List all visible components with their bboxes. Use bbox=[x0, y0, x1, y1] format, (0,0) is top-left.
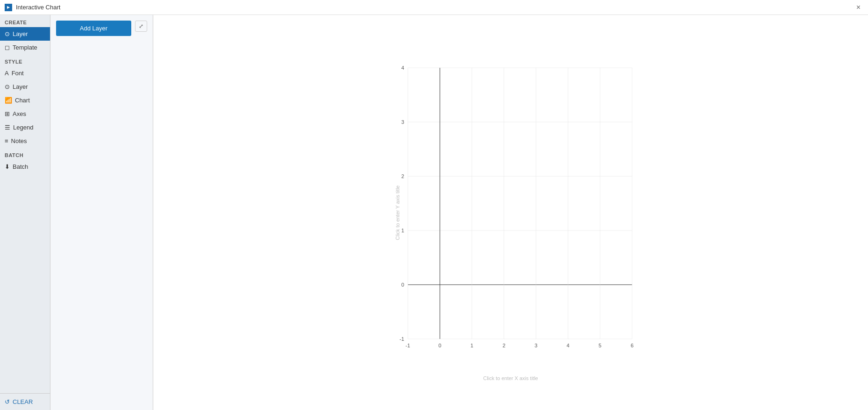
sidebar-item-template[interactable]: ◻ Template bbox=[0, 41, 50, 54]
title-bar: Interactive Chart × bbox=[0, 0, 868, 15]
chart-area: Click to enter Y axis title Click to ent… bbox=[153, 15, 868, 410]
svg-text:-1: -1 bbox=[399, 336, 404, 342]
sidebar-spacer bbox=[0, 173, 50, 393]
y-axis-title[interactable]: Click to enter Y axis title bbox=[395, 185, 400, 240]
svg-text:3: 3 bbox=[401, 119, 404, 125]
sidebar-item-font-label: Font bbox=[12, 70, 24, 77]
batch-icon: ⬇ bbox=[5, 163, 10, 170]
sidebar-item-layer-style-label: Layer bbox=[13, 83, 28, 90]
sidebar: CREATE ⊙ Layer ◻ Template STYLE A Font ⊙… bbox=[0, 15, 50, 410]
svg-text:6: 6 bbox=[631, 343, 633, 348]
sidebar-item-batch-label: Batch bbox=[13, 163, 28, 170]
sidebar-item-layer[interactable]: ⊙ Layer bbox=[0, 27, 50, 41]
svg-text:3: 3 bbox=[534, 343, 537, 348]
svg-text:4: 4 bbox=[401, 65, 404, 71]
svg-text:-1: -1 bbox=[406, 343, 410, 348]
x-axis-title[interactable]: Click to enter X axis title bbox=[483, 375, 538, 381]
sidebar-item-notes-label: Notes bbox=[11, 137, 27, 144]
clear-icon: ↺ bbox=[5, 398, 10, 405]
panel: Add Layer ⤢ bbox=[50, 15, 153, 410]
add-layer-button[interactable]: Add Layer bbox=[56, 21, 131, 36]
clear-button[interactable]: ↺ CLEAR bbox=[0, 393, 50, 410]
chart-icon: 📶 bbox=[5, 97, 12, 104]
panel-top: Add Layer ⤢ bbox=[56, 21, 147, 36]
sidebar-item-template-label: Template bbox=[13, 44, 37, 51]
svg-text:1: 1 bbox=[401, 228, 404, 233]
notes-icon: ≡ bbox=[5, 137, 8, 144]
style-section-label: STYLE bbox=[0, 54, 50, 66]
main-container: CREATE ⊙ Layer ◻ Template STYLE A Font ⊙… bbox=[0, 15, 868, 410]
chart-svg: .axis-line { stroke: #333; stroke-width:… bbox=[380, 58, 641, 367]
layer-icon: ⊙ bbox=[5, 30, 10, 37]
create-section-label: CREATE bbox=[0, 15, 50, 27]
template-icon: ◻ bbox=[5, 44, 10, 51]
svg-text:1: 1 bbox=[470, 343, 473, 348]
legend-icon: ☰ bbox=[5, 124, 10, 131]
sidebar-item-layer-style[interactable]: ⊙ Layer bbox=[0, 80, 50, 94]
close-button[interactable]: × bbox=[854, 2, 863, 13]
sidebar-item-legend[interactable]: ☰ Legend bbox=[0, 121, 50, 134]
batch-section-label: BATCH bbox=[0, 148, 50, 160]
sidebar-item-chart[interactable]: 📶 Chart bbox=[0, 94, 50, 107]
svg-text:2: 2 bbox=[503, 343, 505, 348]
layer-style-icon: ⊙ bbox=[5, 83, 10, 90]
chart-wrapper: Click to enter Y axis title Click to ent… bbox=[380, 58, 641, 367]
sidebar-item-batch[interactable]: ⬇ Batch bbox=[0, 160, 50, 173]
font-icon: A bbox=[5, 70, 9, 77]
svg-text:5: 5 bbox=[598, 343, 601, 348]
svg-text:2: 2 bbox=[401, 173, 404, 179]
sidebar-item-axes[interactable]: ⊞ Axes bbox=[0, 107, 50, 121]
svg-text:4: 4 bbox=[567, 343, 569, 348]
sidebar-item-chart-label: Chart bbox=[15, 97, 30, 104]
sidebar-item-axes-label: Axes bbox=[13, 110, 26, 117]
expand-button[interactable]: ⤢ bbox=[135, 21, 147, 32]
axes-icon: ⊞ bbox=[5, 110, 10, 117]
sidebar-item-layer-label: Layer bbox=[13, 30, 28, 37]
sidebar-item-notes[interactable]: ≡ Notes bbox=[0, 134, 50, 148]
sidebar-item-font[interactable]: A Font bbox=[0, 66, 50, 80]
svg-text:0: 0 bbox=[439, 343, 441, 348]
svg-text:0: 0 bbox=[401, 282, 404, 288]
clear-label: CLEAR bbox=[13, 398, 33, 405]
app-icon bbox=[5, 4, 12, 11]
window-title: Interactive Chart bbox=[16, 4, 60, 11]
title-bar-left: Interactive Chart bbox=[5, 4, 60, 11]
sidebar-item-legend-label: Legend bbox=[13, 124, 33, 131]
